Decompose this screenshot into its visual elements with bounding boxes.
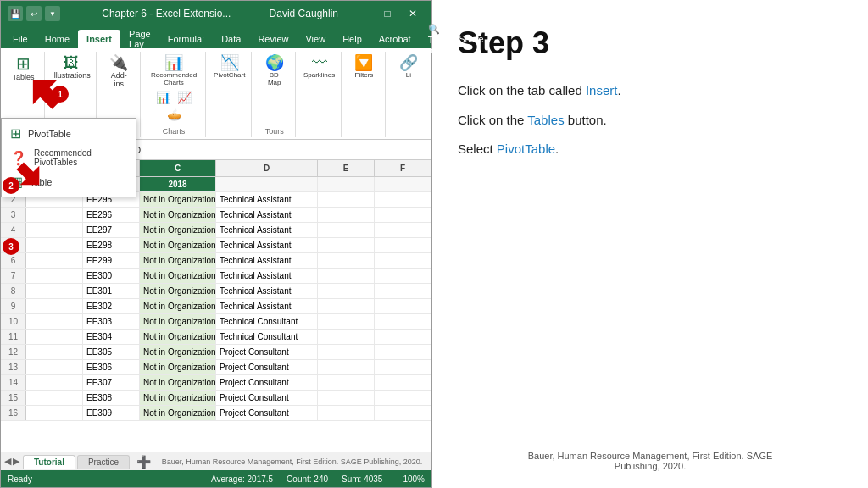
cell-c10[interactable]: Not in Organization bbox=[140, 314, 216, 329]
cell-f4[interactable] bbox=[375, 223, 431, 237]
pie-chart-button[interactable]: 🥧 bbox=[164, 107, 184, 122]
recommended-charts-button[interactable]: 📊 RecommendedCharts bbox=[147, 53, 200, 88]
cell-a4[interactable] bbox=[26, 223, 83, 237]
bar-chart-button[interactable]: 📊 bbox=[153, 90, 173, 105]
cell-d3[interactable]: Technical Assistant bbox=[216, 208, 318, 222]
tab-view[interactable]: View bbox=[297, 30, 334, 48]
cell-f7[interactable] bbox=[375, 269, 431, 283]
cell-d7[interactable]: Technical Assistant bbox=[216, 269, 318, 283]
cell-f15[interactable] bbox=[375, 391, 431, 405]
cell-e13[interactable] bbox=[318, 360, 375, 374]
pivottable-link[interactable]: PivotTable bbox=[497, 141, 555, 156]
cell-e1[interactable] bbox=[318, 177, 375, 191]
line-chart-button[interactable]: 📈 bbox=[175, 90, 194, 105]
cell-a7[interactable] bbox=[26, 269, 83, 283]
cell-a5[interactable] bbox=[26, 238, 83, 252]
cell-f11[interactable] bbox=[375, 330, 431, 344]
cell-e4[interactable] bbox=[318, 223, 375, 237]
cell-d13[interactable]: Project Consultant bbox=[216, 360, 318, 374]
cell-e9[interactable] bbox=[318, 299, 375, 313]
col-header-c[interactable]: C bbox=[140, 160, 216, 176]
cell-a12[interactable] bbox=[26, 345, 83, 359]
cell-c14[interactable]: Not in Organization bbox=[140, 375, 216, 390]
redo-icon[interactable]: ▼ bbox=[45, 6, 60, 21]
cell-d9[interactable]: Technical Assistant bbox=[216, 299, 318, 313]
cell-e5[interactable] bbox=[318, 238, 375, 252]
add-sheet-button[interactable]: ➕ bbox=[131, 455, 156, 469]
cell-f14[interactable] bbox=[375, 375, 431, 390]
cell-f6[interactable] bbox=[375, 253, 431, 268]
cell-e2[interactable] bbox=[318, 192, 375, 207]
tab-review[interactable]: Review bbox=[249, 30, 297, 48]
cell-d6[interactable]: Technical Assistant bbox=[216, 253, 318, 268]
cell-b16[interactable]: EE309 bbox=[83, 406, 140, 420]
cell-d15[interactable]: Project Consultant bbox=[216, 391, 318, 405]
cell-c5[interactable]: Not in Organization bbox=[140, 238, 216, 252]
cell-d4[interactable]: Technical Assistant bbox=[216, 223, 318, 237]
cell-c2[interactable]: Not in Organization bbox=[140, 192, 216, 207]
cell-d14[interactable]: Project Consultant bbox=[216, 375, 318, 390]
cell-b14[interactable]: EE307 bbox=[83, 375, 140, 390]
cell-b8[interactable]: EE301 bbox=[83, 284, 140, 298]
cell-a3[interactable] bbox=[26, 208, 83, 222]
cell-e3[interactable] bbox=[318, 208, 375, 222]
cell-b10[interactable]: EE303 bbox=[83, 314, 140, 329]
tables-link[interactable]: Tables bbox=[527, 113, 564, 127]
tab-help[interactable]: Help bbox=[334, 30, 370, 48]
formula-input[interactable] bbox=[90, 145, 428, 155]
dropdown-pivot-table[interactable]: ⊞ PivotTable bbox=[2, 122, 136, 145]
tab-formulas[interactable]: Formula: bbox=[159, 30, 213, 48]
cell-e11[interactable] bbox=[318, 330, 375, 344]
tab-page-layout[interactable]: Page Lay bbox=[120, 30, 159, 48]
cell-f13[interactable] bbox=[375, 360, 431, 374]
sparklines-button[interactable]: 〰 Sparklines bbox=[300, 53, 338, 80]
cell-d1[interactable] bbox=[216, 177, 318, 191]
close-button[interactable]: ✕ bbox=[401, 4, 425, 23]
cell-d8[interactable]: Technical Assistant bbox=[216, 284, 318, 298]
tab-tell-me[interactable]: 🔍 Tell me bbox=[420, 30, 451, 48]
cell-d5[interactable]: Technical Assistant bbox=[216, 238, 318, 252]
cell-c3[interactable]: Not in Organization bbox=[140, 208, 216, 222]
cell-f3[interactable] bbox=[375, 208, 431, 222]
cell-e12[interactable] bbox=[318, 345, 375, 359]
cell-c12[interactable]: Not in Organization bbox=[140, 345, 216, 359]
cell-c11[interactable]: Not in Organization bbox=[140, 330, 216, 344]
sheet-tab-practice[interactable]: Practice bbox=[77, 455, 130, 469]
cell-d12[interactable]: Project Consultant bbox=[216, 345, 318, 359]
cell-a11[interactable] bbox=[26, 330, 83, 344]
cell-b13[interactable]: EE306 bbox=[83, 360, 140, 374]
cell-b9[interactable]: EE302 bbox=[83, 299, 140, 313]
filters-button[interactable]: 🔽 Filters bbox=[350, 53, 377, 80]
tab-insert[interactable]: Insert bbox=[78, 30, 120, 48]
cell-e14[interactable] bbox=[318, 375, 375, 390]
cell-f8[interactable] bbox=[375, 284, 431, 298]
cell-b3[interactable]: EE296 bbox=[83, 208, 140, 222]
3d-map-button[interactable]: 🌍 3DMap bbox=[261, 53, 288, 88]
cell-f9[interactable] bbox=[375, 299, 431, 313]
cell-f16[interactable] bbox=[375, 406, 431, 420]
col-header-e[interactable]: E bbox=[318, 160, 375, 176]
cell-e15[interactable] bbox=[318, 391, 375, 405]
cell-d2[interactable]: Technical Assistant bbox=[216, 192, 318, 207]
save-icon[interactable]: 💾 bbox=[8, 6, 23, 21]
tab-file[interactable]: File bbox=[4, 30, 36, 48]
cell-c9[interactable]: Not in Organization bbox=[140, 299, 216, 313]
cell-c6[interactable]: Not in Organization bbox=[140, 253, 216, 268]
cell-e8[interactable] bbox=[318, 284, 375, 298]
col-header-f[interactable]: F bbox=[375, 160, 431, 176]
cell-f2[interactable] bbox=[375, 192, 431, 207]
minimize-button[interactable]: — bbox=[350, 4, 374, 23]
scroll-left-icon[interactable]: ◀ bbox=[4, 456, 11, 467]
cell-a16[interactable] bbox=[26, 406, 83, 420]
addins-button[interactable]: 🔌 Add-ins bbox=[103, 53, 135, 90]
cell-e6[interactable] bbox=[318, 253, 375, 268]
tab-home[interactable]: Home bbox=[36, 30, 78, 48]
cell-b11[interactable]: EE304 bbox=[83, 330, 140, 344]
cell-c1[interactable]: 2018 bbox=[140, 177, 216, 191]
scroll-right-icon[interactable]: ▶ bbox=[13, 456, 19, 467]
cell-a15[interactable] bbox=[26, 391, 83, 405]
cell-e7[interactable] bbox=[318, 269, 375, 283]
cell-a14[interactable] bbox=[26, 375, 83, 390]
cell-c8[interactable]: Not in Organization bbox=[140, 284, 216, 298]
cell-a10[interactable] bbox=[26, 314, 83, 329]
